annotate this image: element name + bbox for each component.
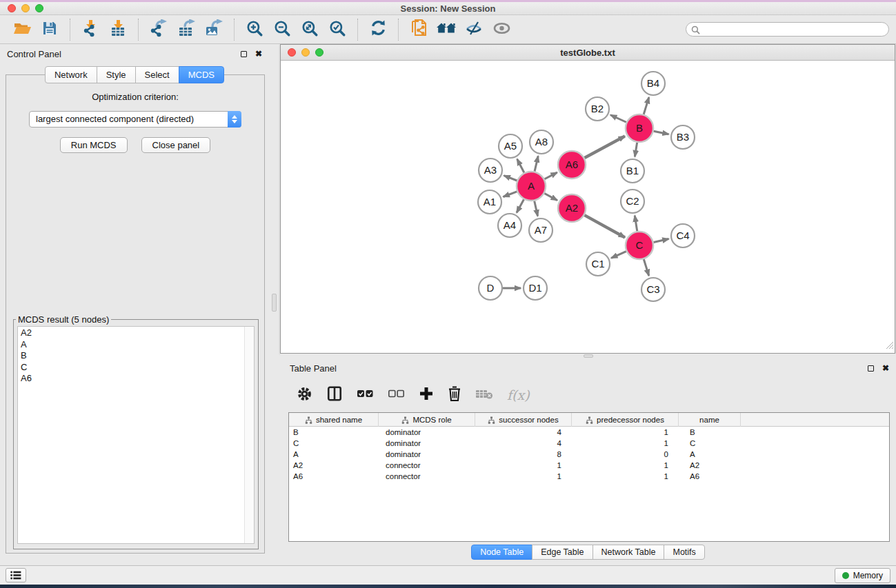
graph-edge-A6-B[interactable] xyxy=(584,136,624,158)
tab-node-table[interactable]: Node Table xyxy=(471,545,532,560)
tab-network[interactable]: Network xyxy=(45,66,97,83)
splitter-grip[interactable] xyxy=(272,294,277,312)
result-scrollbar[interactable] xyxy=(244,327,254,543)
table-row[interactable]: Cdominator41C xyxy=(289,438,889,449)
tab-style[interactable]: Style xyxy=(97,66,136,83)
tab-network-table[interactable]: Network Table xyxy=(593,545,665,560)
search-input[interactable] xyxy=(686,22,889,37)
resize-grip-icon[interactable] xyxy=(885,340,894,352)
tab-mcds[interactable]: MCDS xyxy=(179,66,224,83)
horizontal-splitter[interactable] xyxy=(280,354,896,358)
graph-node-A[interactable]: A xyxy=(517,172,546,201)
tab-edge-table[interactable]: Edge Table xyxy=(532,545,593,560)
graph-node-A3[interactable]: A3 xyxy=(479,159,502,182)
graph-edge-A2-C[interactable] xyxy=(584,215,625,237)
network-canvas[interactable]: AA1A2A3A4A5A6A7A8BB1B2B3B4CC1C2C3C4DD1 xyxy=(281,61,895,353)
zoom-selected-button[interactable] xyxy=(323,18,351,41)
column-header-MCDS-role[interactable]: MCDS role xyxy=(379,413,475,427)
network-graph[interactable]: AA1A2A3A4A5A6A7A8BB1B2B3B4CC1C2C3C4DD1 xyxy=(281,61,895,353)
refresh-layout-button[interactable] xyxy=(364,18,392,41)
zoom-in-button[interactable] xyxy=(241,18,268,41)
graph-node-C2[interactable]: C2 xyxy=(621,190,644,213)
table-row[interactable]: A6connector11A6 xyxy=(289,471,889,482)
import-table-button[interactable] xyxy=(104,18,132,41)
graph-node-A1[interactable]: A1 xyxy=(478,190,501,214)
tab-select[interactable]: Select xyxy=(135,66,179,83)
graph-edge-A-A1[interactable] xyxy=(504,192,517,197)
float-panel-icon[interactable] xyxy=(868,365,874,372)
table-row[interactable]: A2connector11A2 xyxy=(289,460,889,471)
criterion-select[interactable]: largest connected component (directed) xyxy=(29,111,241,128)
splitter-grip[interactable] xyxy=(584,354,593,358)
graph-edge-C-C3[interactable] xyxy=(644,259,648,276)
select-all-button[interactable] xyxy=(357,388,374,402)
copy-network-button[interactable] xyxy=(405,18,432,41)
graph-edge-B-B4[interactable] xyxy=(644,97,649,114)
result-item[interactable]: A2 xyxy=(21,327,244,339)
graph-edge-A-A6[interactable] xyxy=(544,172,557,179)
result-item[interactable]: A xyxy=(21,339,244,351)
graph-edge-A-A8[interactable] xyxy=(535,156,538,171)
table-row[interactable]: Bdominator41B xyxy=(289,427,889,438)
graph-node-B3[interactable]: B3 xyxy=(671,125,695,149)
save-session-button[interactable] xyxy=(36,18,63,41)
graph-node-C4[interactable]: C4 xyxy=(671,224,695,247)
tab-motifs[interactable]: Motifs xyxy=(664,545,704,560)
graph-edge-A-A5[interactable] xyxy=(517,159,524,173)
column-header-shared-name[interactable]: shared name xyxy=(289,413,379,427)
show-eye-button[interactable] xyxy=(488,18,515,41)
close-panel-button[interactable]: Close panel xyxy=(141,137,211,153)
import-network-button[interactable] xyxy=(77,18,104,41)
graph-edge-C-C4[interactable] xyxy=(653,239,668,243)
add-column-button[interactable] xyxy=(419,386,434,404)
graph-node-B1[interactable]: B1 xyxy=(621,159,644,183)
export-table-button[interactable] xyxy=(172,18,200,41)
hide-eye-button[interactable] xyxy=(460,18,488,41)
graph-node-D[interactable]: D xyxy=(479,276,502,300)
graph-node-A8[interactable]: A8 xyxy=(530,130,553,154)
delete-column-button[interactable] xyxy=(448,385,461,405)
deselect-all-button[interactable] xyxy=(388,388,405,402)
column-header-successor-nodes[interactable]: successor nodes xyxy=(475,413,572,427)
graph-node-C1[interactable]: C1 xyxy=(586,252,610,276)
mcds-result-list[interactable]: A2ABCA6 xyxy=(17,326,255,544)
graph-edge-B-B2[interactable] xyxy=(610,115,626,122)
result-item[interactable]: C xyxy=(21,362,244,374)
graph-node-A7[interactable]: A7 xyxy=(529,219,552,242)
graph-edge-B-B1[interactable] xyxy=(635,143,637,157)
graph-node-A4[interactable]: A4 xyxy=(498,214,521,237)
column-header-predecessor-nodes[interactable]: predecessor nodes xyxy=(572,413,679,427)
float-panel-icon[interactable] xyxy=(241,51,247,57)
column-header-name[interactable]: name xyxy=(679,413,741,427)
settings-gear-button[interactable] xyxy=(297,386,312,405)
export-image-button[interactable] xyxy=(200,18,228,41)
result-item[interactable]: B xyxy=(21,350,244,362)
table-row[interactable]: Adominator80A xyxy=(289,449,889,460)
graph-edge-A-A2[interactable] xyxy=(544,193,557,200)
graph-edge-A-A3[interactable] xyxy=(504,176,517,181)
memory-button[interactable]: Memory xyxy=(835,568,890,583)
graph-edge-C-C2[interactable] xyxy=(635,216,637,232)
graph-node-B2[interactable]: B2 xyxy=(586,97,609,121)
homes-button[interactable] xyxy=(432,18,460,41)
graph-edge-C-C1[interactable] xyxy=(611,252,626,258)
close-panel-icon[interactable]: ✖ xyxy=(882,364,889,372)
graph-node-B[interactable]: B xyxy=(626,114,653,142)
split-pane-button[interactable] xyxy=(326,385,343,405)
graph-node-C3[interactable]: C3 xyxy=(641,278,665,301)
zoom-out-button[interactable] xyxy=(268,18,296,41)
run-mcds-button[interactable]: Run MCDS xyxy=(60,137,128,153)
graph-node-D1[interactable]: D1 xyxy=(524,276,547,300)
open-session-button[interactable] xyxy=(8,18,36,41)
graph-edge-B-B3[interactable] xyxy=(654,131,669,134)
close-panel-icon[interactable]: ✖ xyxy=(255,50,262,58)
result-item[interactable]: A6 xyxy=(21,373,244,385)
task-history-button[interactable] xyxy=(6,568,26,582)
graph-edge-A-A7[interactable] xyxy=(535,201,538,216)
vertical-splitter[interactable] xyxy=(269,44,280,565)
graph-node-A6[interactable]: A6 xyxy=(558,151,586,179)
export-network-button[interactable] xyxy=(145,18,172,41)
graph-node-A2[interactable]: A2 xyxy=(558,194,586,222)
graph-node-A5[interactable]: A5 xyxy=(499,134,522,158)
graph-node-B4[interactable]: B4 xyxy=(641,72,665,95)
